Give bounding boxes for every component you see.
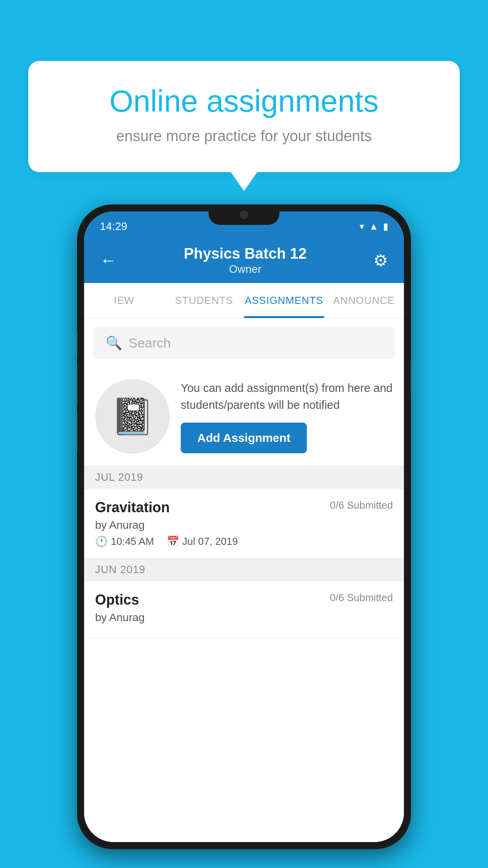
header-subtitle: Owner	[120, 263, 370, 276]
status-icons: ▾ ▲ ▮	[360, 221, 388, 232]
tab-assignments[interactable]: ASSIGNMENTS	[244, 283, 324, 318]
assignment-status-gravitation: 0/6 Submitted	[330, 499, 393, 511]
settings-icon[interactable]: ⚙	[370, 248, 391, 273]
assignment-time-value: 10:45 AM	[111, 535, 154, 548]
tab-students[interactable]: STUDENTS	[164, 283, 244, 318]
search-placeholder: Search	[128, 335, 171, 351]
front-camera	[240, 210, 248, 219]
assignment-status-optics: 0/6 Submitted	[330, 592, 393, 604]
phone-notch	[209, 204, 279, 225]
search-bar-container: 🔍 Search	[84, 318, 404, 367]
assignment-date-gravitation: 📅 Jul 07, 2019	[167, 535, 238, 548]
power-button	[410, 362, 411, 393]
notebook-icon: 📓	[110, 396, 154, 437]
back-button[interactable]: ←	[97, 247, 120, 273]
clock-icon: 🕐	[95, 535, 108, 548]
promo-text: You can add assignment(s) from here and …	[181, 380, 393, 414]
speech-bubble-subtitle: ensure more practice for your students	[56, 128, 432, 145]
search-icon: 🔍	[106, 335, 122, 351]
tabs-bar: IEW STUDENTS ASSIGNMENTS ANNOUNCE	[84, 283, 404, 318]
battery-icon: ▮	[383, 221, 388, 232]
assignment-item-gravitation[interactable]: Gravitation 0/6 Submitted by Anurag 🕐 10…	[84, 489, 404, 558]
tab-iew[interactable]: IEW	[84, 283, 164, 318]
header-title-area: Physics Batch 12 Owner	[120, 245, 370, 276]
assignment-date-value: Jul 07, 2019	[182, 535, 238, 548]
phone-frame: 14:29 ▾ ▲ ▮ ← Physics Batch 12 Owner ⚙ I…	[77, 204, 411, 849]
assignment-title-optics: Optics	[95, 592, 139, 608]
volume-up-button	[77, 330, 78, 354]
assignment-time-gravitation: 🕐 10:45 AM	[95, 535, 154, 548]
assignment-by-optics: by Anurag	[95, 611, 393, 624]
wifi-icon: ▾	[360, 221, 364, 232]
header-title: Physics Batch 12	[120, 245, 370, 262]
silent-button	[77, 413, 78, 452]
screen-content: 🔍 Search 📓 You can add assignment(s) fro…	[84, 318, 404, 842]
tab-announcements[interactable]: ANNOUNCE	[324, 283, 404, 318]
speech-bubble-title: Online assignments	[56, 85, 432, 118]
add-assignment-promo: 📓 You can add assignment(s) from here an…	[84, 367, 404, 466]
status-time: 14:29	[100, 220, 127, 233]
assignment-title-gravitation: Gravitation	[95, 499, 170, 516]
search-bar[interactable]: 🔍 Search	[94, 327, 394, 359]
promo-content: You can add assignment(s) from here and …	[181, 380, 393, 453]
speech-bubble: Online assignments ensure more practice …	[28, 61, 460, 172]
volume-down-button	[77, 366, 78, 405]
assignment-meta-gravitation: 🕐 10:45 AM 📅 Jul 07, 2019	[95, 535, 393, 548]
assignment-row-top-optics: Optics 0/6 Submitted	[95, 592, 393, 608]
promo-icon-circle: 📓	[95, 379, 170, 454]
assignment-row-top: Gravitation 0/6 Submitted	[95, 499, 393, 516]
signal-icon: ▲	[369, 221, 378, 232]
speech-bubble-container: Online assignments ensure more practice …	[28, 61, 460, 172]
assignment-item-optics[interactable]: Optics 0/6 Submitted by Anurag	[84, 581, 404, 638]
calendar-icon: 📅	[167, 535, 179, 548]
phone-screen: 14:29 ▾ ▲ ▮ ← Physics Batch 12 Owner ⚙ I…	[84, 211, 404, 842]
section-jul-label: JUL 2019	[95, 471, 143, 483]
assignment-by-gravitation: by Anurag	[95, 519, 393, 531]
add-assignment-button[interactable]: Add Assignment	[181, 423, 307, 453]
section-jul-2019: JUL 2019	[84, 466, 404, 489]
section-jun-2019: JUN 2019	[84, 558, 404, 581]
app-header: ← Physics Batch 12 Owner ⚙	[84, 237, 404, 283]
section-jun-label: JUN 2019	[95, 564, 145, 576]
